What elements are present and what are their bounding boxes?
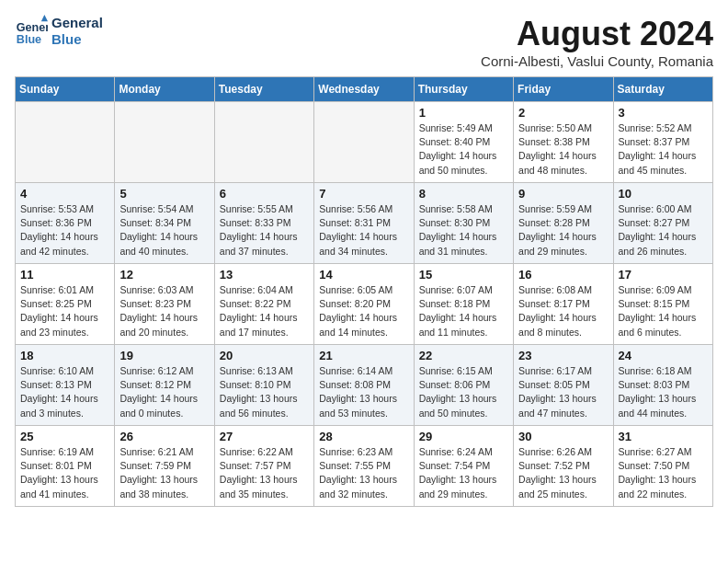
calendar-cell: 3Sunrise: 5:52 AM Sunset: 8:37 PM Daylig… bbox=[613, 102, 712, 183]
calendar-week-row: 11Sunrise: 6:01 AM Sunset: 8:25 PM Dayli… bbox=[16, 264, 713, 345]
day-info: Sunrise: 6:26 AM Sunset: 7:52 PM Dayligh… bbox=[518, 445, 608, 501]
calendar-week-row: 25Sunrise: 6:19 AM Sunset: 8:01 PM Dayli… bbox=[16, 426, 713, 507]
weekday-header: Monday bbox=[115, 77, 214, 102]
calendar-cell bbox=[214, 102, 313, 183]
calendar-cell: 31Sunrise: 6:27 AM Sunset: 7:50 PM Dayli… bbox=[613, 426, 712, 507]
calendar-cell: 7Sunrise: 5:56 AM Sunset: 8:31 PM Daylig… bbox=[314, 183, 414, 264]
day-info: Sunrise: 5:59 AM Sunset: 8:28 PM Dayligh… bbox=[518, 202, 608, 259]
day-number: 12 bbox=[119, 268, 209, 282]
day-info: Sunrise: 6:17 AM Sunset: 8:05 PM Dayligh… bbox=[518, 364, 608, 420]
day-number: 2 bbox=[518, 106, 608, 120]
day-info: Sunrise: 6:03 AM Sunset: 8:23 PM Dayligh… bbox=[119, 283, 209, 339]
calendar-cell: 19Sunrise: 6:12 AM Sunset: 8:12 PM Dayli… bbox=[115, 345, 214, 426]
day-number: 13 bbox=[220, 268, 309, 282]
calendar-cell: 26Sunrise: 6:21 AM Sunset: 7:59 PM Dayli… bbox=[115, 426, 214, 507]
calendar-cell bbox=[16, 102, 115, 183]
svg-text:Blue: Blue bbox=[17, 33, 41, 46]
day-info: Sunrise: 6:15 AM Sunset: 8:06 PM Dayligh… bbox=[419, 364, 508, 420]
title-area: August 2024 Corni-Albesti, Vaslui County… bbox=[481, 15, 713, 69]
day-number: 11 bbox=[20, 268, 109, 282]
day-number: 14 bbox=[319, 268, 408, 282]
day-number: 19 bbox=[119, 349, 209, 362]
day-info: Sunrise: 5:49 AM Sunset: 8:40 PM Dayligh… bbox=[419, 121, 508, 178]
day-info: Sunrise: 6:24 AM Sunset: 7:54 PM Dayligh… bbox=[419, 445, 508, 501]
day-number: 23 bbox=[518, 349, 608, 362]
day-info: Sunrise: 6:12 AM Sunset: 8:12 PM Dayligh… bbox=[119, 364, 209, 420]
weekday-header: Thursday bbox=[414, 77, 513, 102]
day-number: 1 bbox=[419, 106, 508, 120]
calendar-cell: 20Sunrise: 6:13 AM Sunset: 8:10 PM Dayli… bbox=[214, 345, 313, 426]
calendar-cell: 14Sunrise: 6:05 AM Sunset: 8:20 PM Dayli… bbox=[314, 264, 414, 345]
day-number: 16 bbox=[518, 268, 608, 282]
calendar-cell: 28Sunrise: 6:23 AM Sunset: 7:55 PM Dayli… bbox=[314, 426, 414, 507]
day-number: 5 bbox=[119, 187, 209, 201]
calendar-cell: 13Sunrise: 6:04 AM Sunset: 8:22 PM Dayli… bbox=[214, 264, 313, 345]
day-number: 7 bbox=[319, 187, 408, 201]
day-number: 4 bbox=[20, 187, 109, 201]
calendar-week-row: 4Sunrise: 5:53 AM Sunset: 8:36 PM Daylig… bbox=[16, 183, 713, 264]
day-info: Sunrise: 6:09 AM Sunset: 8:15 PM Dayligh… bbox=[619, 283, 708, 339]
calendar-cell: 6Sunrise: 5:55 AM Sunset: 8:33 PM Daylig… bbox=[214, 183, 313, 264]
day-info: Sunrise: 6:22 AM Sunset: 7:57 PM Dayligh… bbox=[220, 445, 309, 501]
day-number: 20 bbox=[220, 349, 309, 362]
logo: General Blue General Blue bbox=[15, 15, 103, 48]
day-number: 22 bbox=[419, 349, 508, 362]
calendar-cell: 29Sunrise: 6:24 AM Sunset: 7:54 PM Dayli… bbox=[414, 426, 513, 507]
calendar-cell: 5Sunrise: 5:54 AM Sunset: 8:34 PM Daylig… bbox=[115, 183, 214, 264]
calendar-week-row: 1Sunrise: 5:49 AM Sunset: 8:40 PM Daylig… bbox=[16, 102, 713, 183]
day-info: Sunrise: 6:05 AM Sunset: 8:20 PM Dayligh… bbox=[319, 283, 408, 339]
day-number: 9 bbox=[518, 187, 608, 201]
calendar-cell: 4Sunrise: 5:53 AM Sunset: 8:36 PM Daylig… bbox=[16, 183, 115, 264]
day-number: 27 bbox=[220, 430, 309, 443]
calendar-cell: 9Sunrise: 5:59 AM Sunset: 8:28 PM Daylig… bbox=[514, 183, 613, 264]
calendar-cell: 22Sunrise: 6:15 AM Sunset: 8:06 PM Dayli… bbox=[414, 345, 513, 426]
weekday-header: Wednesday bbox=[314, 77, 414, 102]
calendar-cell: 1Sunrise: 5:49 AM Sunset: 8:40 PM Daylig… bbox=[414, 102, 513, 183]
month-year: August 2024 bbox=[481, 15, 713, 53]
day-info: Sunrise: 6:08 AM Sunset: 8:17 PM Dayligh… bbox=[518, 283, 608, 339]
day-number: 31 bbox=[619, 430, 708, 443]
day-info: Sunrise: 6:19 AM Sunset: 8:01 PM Dayligh… bbox=[20, 445, 109, 501]
day-number: 30 bbox=[518, 430, 608, 443]
calendar-cell: 27Sunrise: 6:22 AM Sunset: 7:57 PM Dayli… bbox=[214, 426, 313, 507]
weekday-header: Sunday bbox=[16, 77, 115, 102]
svg-marker-2 bbox=[41, 15, 48, 21]
day-info: Sunrise: 6:04 AM Sunset: 8:22 PM Dayligh… bbox=[220, 283, 309, 339]
day-info: Sunrise: 6:27 AM Sunset: 7:50 PM Dayligh… bbox=[619, 445, 708, 501]
day-info: Sunrise: 6:10 AM Sunset: 8:13 PM Dayligh… bbox=[20, 364, 109, 420]
day-info: Sunrise: 5:55 AM Sunset: 8:33 PM Dayligh… bbox=[220, 202, 309, 259]
calendar-cell bbox=[314, 102, 414, 183]
day-number: 18 bbox=[20, 349, 109, 362]
calendar-cell: 10Sunrise: 6:00 AM Sunset: 8:27 PM Dayli… bbox=[613, 183, 712, 264]
day-info: Sunrise: 5:58 AM Sunset: 8:30 PM Dayligh… bbox=[419, 202, 508, 259]
calendar-cell: 18Sunrise: 6:10 AM Sunset: 8:13 PM Dayli… bbox=[16, 345, 115, 426]
calendar-week-row: 18Sunrise: 6:10 AM Sunset: 8:13 PM Dayli… bbox=[16, 345, 713, 426]
calendar-cell: 30Sunrise: 6:26 AM Sunset: 7:52 PM Dayli… bbox=[514, 426, 613, 507]
day-number: 21 bbox=[319, 349, 408, 362]
day-number: 28 bbox=[319, 430, 408, 443]
calendar-cell: 12Sunrise: 6:03 AM Sunset: 8:23 PM Dayli… bbox=[115, 264, 214, 345]
calendar-cell: 16Sunrise: 6:08 AM Sunset: 8:17 PM Dayli… bbox=[514, 264, 613, 345]
day-info: Sunrise: 5:56 AM Sunset: 8:31 PM Dayligh… bbox=[319, 202, 408, 259]
day-info: Sunrise: 6:01 AM Sunset: 8:25 PM Dayligh… bbox=[20, 283, 109, 339]
day-info: Sunrise: 6:07 AM Sunset: 8:18 PM Dayligh… bbox=[419, 283, 508, 339]
calendar-cell: 21Sunrise: 6:14 AM Sunset: 8:08 PM Dayli… bbox=[314, 345, 414, 426]
calendar-cell: 8Sunrise: 5:58 AM Sunset: 8:30 PM Daylig… bbox=[414, 183, 513, 264]
day-info: Sunrise: 6:23 AM Sunset: 7:55 PM Dayligh… bbox=[319, 445, 408, 501]
day-info: Sunrise: 5:50 AM Sunset: 8:38 PM Dayligh… bbox=[518, 121, 608, 178]
calendar-cell: 15Sunrise: 6:07 AM Sunset: 8:18 PM Dayli… bbox=[414, 264, 513, 345]
day-info: Sunrise: 6:21 AM Sunset: 7:59 PM Dayligh… bbox=[119, 445, 209, 501]
day-number: 15 bbox=[419, 268, 508, 282]
day-info: Sunrise: 5:54 AM Sunset: 8:34 PM Dayligh… bbox=[119, 202, 209, 259]
logo-line1: General bbox=[51, 15, 103, 31]
day-info: Sunrise: 6:18 AM Sunset: 8:03 PM Dayligh… bbox=[619, 364, 708, 420]
day-info: Sunrise: 5:52 AM Sunset: 8:37 PM Dayligh… bbox=[619, 121, 708, 178]
day-number: 3 bbox=[619, 106, 708, 120]
weekday-header: Saturday bbox=[613, 77, 712, 102]
weekday-header: Friday bbox=[514, 77, 613, 102]
logo-line2: Blue bbox=[51, 31, 103, 48]
day-number: 6 bbox=[220, 187, 309, 201]
day-number: 26 bbox=[119, 430, 209, 443]
day-number: 24 bbox=[619, 349, 708, 362]
day-info: Sunrise: 6:14 AM Sunset: 8:08 PM Dayligh… bbox=[319, 364, 408, 420]
